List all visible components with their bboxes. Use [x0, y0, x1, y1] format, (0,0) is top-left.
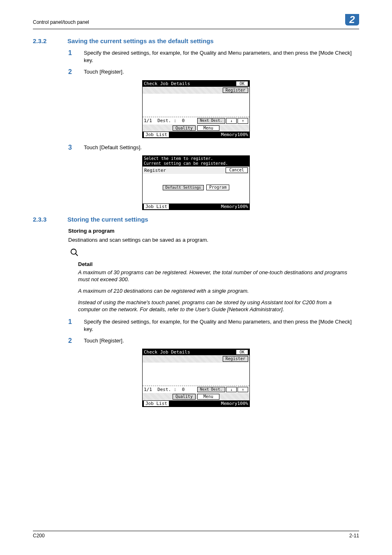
menu-button[interactable]: Menu [197, 125, 219, 131]
detail-text: A maximum of 30 programs can be register… [78, 269, 353, 283]
step-text: Touch [Default Settings]. [84, 144, 142, 151]
cancel-button[interactable]: Cancel [226, 167, 248, 173]
memory-status: Memory100% [221, 401, 248, 406]
next-dest-button[interactable]: Next Dest. [197, 387, 225, 393]
memory-status: Memory100% [221, 132, 248, 137]
lcd-register: Select the item to register. Current set… [142, 155, 250, 210]
page-number: 2-11 [349, 533, 359, 539]
lcd-check-job: Check Job Details OK Register 1/1 Dest. … [142, 349, 250, 407]
register-label: Register [144, 168, 166, 173]
menu-button[interactable]: Menu [197, 394, 219, 400]
section-title: Saving the current settings as the defau… [67, 37, 214, 44]
svg-line-1 [76, 254, 78, 256]
dest-info: 1/1 Dest. : 0 [144, 118, 184, 123]
model-label: C200 [33, 533, 45, 539]
lcd-title: Check Job Details [144, 349, 190, 355]
lcd-message: Current setting can be registered. [144, 161, 248, 166]
arrow-down-button[interactable]: ↓ [226, 118, 237, 124]
step-number: 2 [68, 337, 76, 345]
joblist-button[interactable]: Job List [144, 204, 169, 209]
register-button[interactable]: Register [223, 88, 248, 93]
default-settings-button[interactable]: Default Settings [163, 185, 204, 190]
page-header: Control panel/touch panel 2 [33, 16, 359, 29]
step-number: 2 [68, 68, 76, 76]
magnifier-icon [70, 248, 359, 257]
memory-status: Memory100% [221, 204, 248, 209]
arrow-down-button[interactable]: ↓ [226, 387, 237, 393]
page-footer: C200 2-11 [33, 531, 359, 539]
joblist-button[interactable]: Job List [144, 401, 169, 406]
svg-point-0 [71, 249, 76, 254]
quality-button[interactable]: Quality [173, 394, 196, 400]
joblist-button[interactable]: Job List [144, 132, 169, 137]
step-text: Touch [Register]. [84, 68, 124, 76]
section-number: 2.3.3 [33, 216, 56, 223]
lcd-check-job: Check Job Details OK Register 1/1 Dest. … [142, 80, 250, 139]
step-number: 3 [68, 144, 76, 151]
breadcrumb: Control panel/touch panel [33, 19, 89, 25]
ok-button[interactable]: OK [236, 349, 248, 355]
subheading: Storing a program [68, 228, 359, 234]
body-text: Destinations and scan settings can be sa… [68, 236, 356, 244]
step-text: Specify the desired settings, for exampl… [84, 318, 359, 333]
dest-info: 1/1 Dest. : 0 [144, 387, 184, 392]
step-text: Touch [Register]. [84, 337, 124, 345]
lcd-message: Select the item to register. [144, 156, 248, 161]
step-number: 1 [68, 318, 76, 333]
arrow-up-button[interactable]: ↑ [238, 118, 248, 124]
arrow-up-button[interactable]: ↑ [238, 387, 248, 393]
register-button[interactable]: Register [223, 356, 248, 362]
program-button[interactable]: Program [206, 185, 229, 190]
quality-button[interactable]: Quality [173, 125, 196, 131]
lcd-title: Check Job Details [144, 81, 190, 86]
chapter-number: 2 [345, 14, 359, 25]
detail-text: A maximum of 210 destinations can be reg… [78, 287, 353, 295]
ok-button[interactable]: OK [236, 81, 248, 86]
detail-text: Instead of using the machine's touch pan… [78, 299, 353, 313]
next-dest-button[interactable]: Next Dest. [197, 118, 225, 124]
step-text: Specify the desired settings, for exampl… [84, 49, 359, 64]
section-title: Storing the current settings [67, 216, 148, 223]
detail-heading: Detail [78, 261, 353, 267]
step-number: 1 [68, 49, 76, 64]
section-number: 2.3.2 [33, 37, 56, 44]
